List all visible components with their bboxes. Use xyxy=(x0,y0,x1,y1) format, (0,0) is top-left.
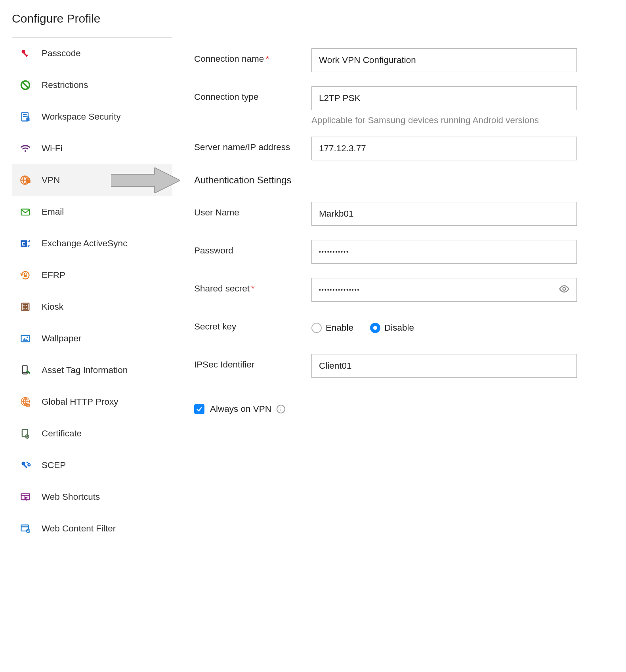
radio-unchecked-icon xyxy=(311,323,322,333)
sidebar-item-label: Passcode xyxy=(42,48,81,59)
svg-rect-23 xyxy=(26,307,28,309)
key-icon xyxy=(20,48,42,59)
eye-icon[interactable] xyxy=(559,283,570,296)
sidebar-item-wallpaper[interactable]: Wallpaper xyxy=(12,323,172,354)
server-label: Server name/IP address xyxy=(194,137,311,153)
shared-secret-input[interactable] xyxy=(311,278,577,302)
sidebar-item-label: Kiosk xyxy=(42,302,63,312)
web-filter-icon xyxy=(20,523,42,534)
svg-rect-22 xyxy=(23,307,25,309)
shared-secret-label: Shared secret* xyxy=(194,278,311,294)
svg-point-26 xyxy=(27,337,28,338)
sidebar-item-kiosk[interactable]: Kiosk xyxy=(12,291,172,323)
always-on-vpn-checkbox[interactable]: Always on VPN xyxy=(194,404,614,414)
globe-proxy-icon xyxy=(20,396,42,407)
password-input[interactable] xyxy=(311,240,577,264)
exchange-icon: E xyxy=(20,238,42,249)
sidebar-item-email[interactable]: Email xyxy=(12,196,172,228)
active-arrow-icon xyxy=(111,164,180,196)
kiosk-icon xyxy=(20,301,42,312)
prohibit-icon xyxy=(20,80,42,91)
connection-name-label: Connection name* xyxy=(194,48,311,65)
svg-text:E: E xyxy=(22,241,25,246)
sidebar-item-scep[interactable]: SCEP xyxy=(12,449,172,481)
auth-section-heading: Authentication Settings xyxy=(194,175,614,190)
sidebar-item-http-proxy[interactable]: Global HTTP Proxy xyxy=(12,386,172,418)
sidebar-item-label: Web Content Filter xyxy=(42,524,116,534)
form-area: Connection name* Connection type Applica… xyxy=(172,37,614,544)
sidebar-item-passcode[interactable]: Passcode xyxy=(12,38,172,69)
sidebar-item-label: VPN xyxy=(42,175,60,185)
svg-marker-14 xyxy=(111,168,180,193)
secret-key-disable-radio[interactable]: Disable xyxy=(370,323,414,333)
sidebar: Passcode Restrictions Workspace Security… xyxy=(12,37,172,544)
connection-type-label: Connection type xyxy=(194,86,311,103)
ipsec-identifier-input[interactable] xyxy=(311,354,577,378)
svg-rect-21 xyxy=(26,305,28,306)
svg-marker-29 xyxy=(26,370,30,374)
connection-name-input[interactable] xyxy=(311,48,577,72)
sidebar-item-label: Global HTTP Proxy xyxy=(42,397,118,407)
always-on-vpn-label: Always on VPN xyxy=(210,404,271,414)
ipsec-identifier-label: IPSec Identifier xyxy=(194,354,311,370)
image-icon xyxy=(20,333,42,344)
secret-key-label: Secret key xyxy=(194,316,311,332)
doc-shield-icon xyxy=(20,111,42,122)
server-input[interactable] xyxy=(311,137,577,160)
svg-point-10 xyxy=(25,150,26,152)
radio-label: Disable xyxy=(384,323,414,333)
username-input[interactable] xyxy=(311,202,577,226)
svg-rect-36 xyxy=(23,464,27,468)
wifi-icon xyxy=(20,143,42,154)
svg-rect-33 xyxy=(22,430,28,437)
sidebar-item-label: Certificate xyxy=(42,428,82,439)
password-label: Password xyxy=(194,240,311,256)
certificate-icon xyxy=(20,428,42,439)
svg-rect-20 xyxy=(23,305,25,306)
sidebar-item-label: EFRP xyxy=(42,270,65,280)
page-title: Configure Profile xyxy=(12,12,614,25)
phone-tag-icon xyxy=(20,365,42,376)
svg-point-47 xyxy=(281,407,281,407)
sidebar-item-label: Asset Tag Information xyxy=(42,365,128,375)
sidebar-item-label: Email xyxy=(42,207,64,217)
web-shortcut-icon xyxy=(20,491,42,503)
sidebar-item-efrp[interactable]: EFRP xyxy=(12,259,172,291)
lock-rotate-icon xyxy=(20,270,42,281)
username-label: User Name xyxy=(194,202,311,218)
svg-point-35 xyxy=(22,462,25,465)
info-icon[interactable] xyxy=(276,404,286,414)
sidebar-item-certificate[interactable]: Certificate xyxy=(12,418,172,449)
connection-type-note: Applicable for Samsung devices running A… xyxy=(311,114,589,127)
checkbox-checked-icon xyxy=(194,404,204,414)
secret-key-enable-radio[interactable]: Enable xyxy=(311,323,353,333)
sidebar-item-label: SCEP xyxy=(42,460,66,470)
scep-icon xyxy=(20,460,42,471)
svg-rect-18 xyxy=(24,275,27,277)
radio-checked-icon xyxy=(370,323,380,333)
radio-label: Enable xyxy=(326,323,353,333)
sidebar-item-web-content-filter[interactable]: Web Content Filter xyxy=(12,513,172,544)
connection-type-select[interactable] xyxy=(311,86,577,110)
sidebar-item-asset-tag[interactable]: Asset Tag Information xyxy=(12,354,172,386)
mail-icon xyxy=(20,206,42,217)
sidebar-item-label: Wallpaper xyxy=(42,333,81,344)
sidebar-item-restrictions[interactable]: Restrictions xyxy=(12,69,172,101)
sidebar-item-wifi[interactable]: Wi-Fi xyxy=(12,133,172,164)
sidebar-item-web-shortcuts[interactable]: Web Shortcuts xyxy=(12,481,172,513)
sidebar-item-label: Exchange ActiveSync xyxy=(42,238,127,249)
svg-point-44 xyxy=(563,287,566,290)
globe-lock-icon xyxy=(20,175,42,186)
svg-point-37 xyxy=(28,464,30,466)
sidebar-item-workspace-security[interactable]: Workspace Security xyxy=(12,101,172,133)
svg-marker-25 xyxy=(23,338,28,341)
sidebar-item-label: Wi-Fi xyxy=(42,143,62,154)
sidebar-item-label: Restrictions xyxy=(42,80,88,90)
sidebar-item-label: Workspace Security xyxy=(42,112,121,122)
sidebar-item-label: Web Shortcuts xyxy=(42,492,100,502)
svg-line-4 xyxy=(22,82,28,88)
sidebar-item-exchange[interactable]: E Exchange ActiveSync xyxy=(12,228,172,259)
